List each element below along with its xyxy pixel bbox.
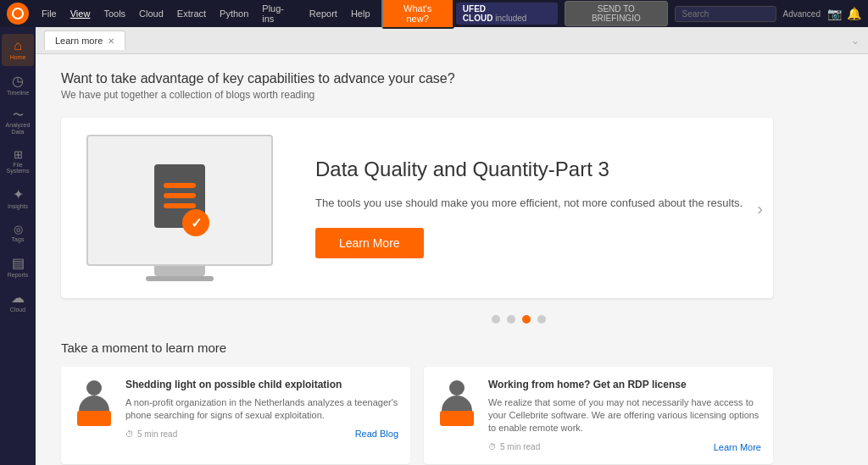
person-book-icon-2 — [440, 411, 474, 426]
menu-plugins[interactable]: Plug-ins — [256, 0, 302, 27]
ufed-cloud-badge: UFED CLOUD included — [456, 3, 558, 25]
camera-icon[interactable]: 📷 — [827, 7, 842, 20]
bell-icon[interactable]: 🔔 — [847, 7, 861, 20]
carousel-dot-4[interactable] — [537, 315, 546, 324]
blog-avatar-2 — [436, 379, 478, 421]
whats-new-button[interactable]: What's new? — [381, 0, 454, 29]
menu-bar: File View Tools Cloud Extract Python Plu… — [0, 0, 868, 27]
blog-avatar-1 — [73, 379, 115, 421]
featured-title: Data Quality and Quantity-Part 3 — [315, 158, 756, 181]
top-icons: 📷 🔔 — [827, 7, 861, 20]
menu-python[interactable]: Python — [214, 5, 254, 22]
featured-card: ✓ Data Quality and Quantity-Part 3 The t… — [61, 118, 773, 298]
featured-description: The tools you use should make you more e… — [315, 195, 756, 212]
read-blog-link-1[interactable]: Read Blog — [355, 429, 398, 439]
sidebar-item-timeline[interactable]: ◷ Timeline — [2, 69, 34, 102]
sidebar-item-home[interactable]: ⌂ Home — [2, 34, 34, 66]
sidebar: ⌂ Home ◷ Timeline 〜 Analyzed Data ⊞ File… — [0, 27, 36, 465]
carousel-dots — [61, 315, 773, 324]
learn-more-link-2[interactable]: Learn More — [714, 442, 761, 452]
filesystem-icon: ⊞ — [14, 149, 23, 160]
sidebar-item-insights[interactable]: ✦ Insights — [2, 183, 34, 215]
carousel-dot-1[interactable] — [492, 315, 500, 324]
reports-icon: ▤ — [12, 257, 25, 270]
person-avatar-1 — [73, 379, 115, 421]
document-icon: ✓ — [150, 164, 209, 236]
blog-title-1: Shedding light on possible child exploit… — [125, 379, 398, 392]
doc-line-2 — [164, 193, 196, 198]
blog-footer-2: ⏱ 5 min read Learn More — [488, 442, 761, 452]
person-head-icon-2 — [449, 380, 465, 396]
tab-close-icon[interactable]: ✕ — [108, 36, 114, 46]
clock-icon-2: ⏱ — [488, 442, 497, 451]
person-head-icon — [86, 380, 102, 396]
app-logo[interactable] — [7, 3, 29, 25]
home-icon: ⌂ — [14, 39, 22, 53]
sidebar-label-home: Home — [10, 54, 26, 61]
collapse-icon[interactable]: ⌄ — [851, 35, 860, 47]
next-arrow-icon[interactable]: › — [757, 198, 763, 218]
menu-report[interactable]: Report — [303, 5, 343, 22]
person-book-icon — [77, 411, 111, 426]
sidebar-item-tags[interactable]: ◎ Tags — [2, 219, 34, 248]
tab-label: Learn more — [55, 36, 103, 46]
page-header-title: Want to take advantage of key capabiliti… — [61, 71, 773, 86]
monitor-stand — [154, 266, 205, 276]
featured-text: Data Quality and Quantity-Part 3 The too… — [315, 158, 756, 259]
blog-desc-1: A non-profit organization in the Netherl… — [125, 396, 398, 423]
menu-view[interactable]: View — [64, 5, 97, 22]
cloud-icon: ☁ — [11, 291, 25, 305]
page-content: Want to take advantage of key capabiliti… — [36, 54, 798, 465]
sidebar-label-insights: Insights — [8, 203, 28, 210]
blog-card-2: Working from home? Get an RDP license We… — [424, 367, 773, 464]
menu-file[interactable]: File — [36, 5, 63, 22]
analyzed-icon: 〜 — [13, 109, 24, 120]
sidebar-label-filesystem: File Systems — [5, 162, 31, 174]
sidebar-item-reports[interactable]: ▤ Reports — [2, 252, 34, 284]
timeline-icon: ◷ — [12, 75, 24, 88]
monitor-illustration: ✓ — [78, 135, 281, 281]
sidebar-label-tags: Tags — [12, 236, 25, 243]
read-time-1: ⏱ 5 min read — [125, 429, 177, 439]
blog-card-1: Shedding light on possible child exploit… — [61, 367, 410, 464]
advanced-link[interactable]: Advanced — [783, 9, 821, 19]
send-to-button[interactable]: SEND TO BRIEFINGIO — [565, 1, 667, 26]
menu-extract[interactable]: Extract — [171, 5, 212, 22]
menu-tools[interactable]: Tools — [97, 5, 131, 22]
doc-line-1 — [164, 183, 196, 188]
sidebar-label-analyzed: Analyzed Data — [5, 122, 31, 135]
carousel-dot-3[interactable] — [522, 315, 531, 324]
blog-footer-1: ⏱ 5 min read Read Blog — [125, 429, 398, 439]
main-layout: ⌂ Home ◷ Timeline 〜 Analyzed Data ⊞ File… — [0, 27, 868, 465]
sidebar-item-cloud[interactable]: ☁ Cloud — [2, 286, 34, 318]
monitor-screen: ✓ — [86, 135, 273, 266]
tags-icon: ◎ — [14, 224, 23, 235]
search-input[interactable] — [675, 6, 776, 22]
learn-section-title: Take a moment to learn more — [61, 340, 773, 355]
person-avatar-2 — [436, 379, 478, 421]
page-header-subtitle: We have put together a collection of blo… — [61, 89, 773, 101]
blog-cards: Shedding light on possible child exploit… — [61, 367, 773, 464]
clock-icon-1: ⏱ — [125, 429, 134, 439]
menu-cloud[interactable]: Cloud — [133, 5, 170, 22]
blog-content-2: Working from home? Get an RDP license We… — [488, 379, 761, 452]
read-time-2: ⏱ 5 min read — [488, 442, 540, 451]
learn-more-button[interactable]: Learn More — [315, 228, 424, 258]
carousel-dot-2[interactable] — [507, 315, 515, 324]
monitor-base — [146, 276, 214, 281]
sidebar-label-reports: Reports — [8, 272, 29, 279]
blog-title-2: Working from home? Get an RDP license — [488, 379, 761, 392]
content-area: Learn more ✕ ⌄ Want to take advantage of… — [36, 27, 868, 465]
menu-help[interactable]: Help — [345, 5, 376, 22]
blog-content-1: Shedding light on possible child exploit… — [125, 379, 398, 452]
blog-desc-2: We realize that some of you may not nece… — [488, 396, 761, 435]
page-header: Want to take advantage of key capabiliti… — [61, 71, 773, 101]
sidebar-label-cloud: Cloud — [10, 307, 25, 313]
sidebar-item-analyzed[interactable]: 〜 Analyzed Data — [2, 104, 34, 140]
checkmark-icon: ✓ — [182, 209, 209, 236]
tab-learn-more[interactable]: Learn more ✕ — [44, 30, 125, 50]
sidebar-item-filesystem[interactable]: ⊞ File Systems — [2, 144, 34, 180]
doc-line-3 — [164, 203, 196, 208]
menu-right-section: UFED CLOUD included SEND TO BRIEFINGIO A… — [456, 1, 861, 26]
tab-bar: Learn more ✕ ⌄ — [36, 27, 868, 54]
